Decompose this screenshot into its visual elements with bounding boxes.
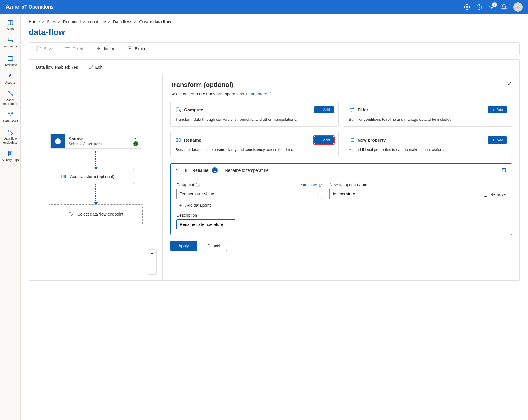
add-datapoint-button[interactable]: Add datapoint [178,203,506,208]
breadcrumb: Home> Sites> Redmond> donut-line> Data f… [29,19,520,24]
zoom-out-button[interactable]: − [148,258,156,266]
edit-button[interactable]: Edit [89,65,102,70]
svg-point-13 [8,113,9,114]
toolbar: Save Delete Import Export [29,42,520,55]
crumb[interactable]: donut-line [88,19,106,24]
notifications-icon[interactable] [501,4,507,10]
chevron-down-icon[interactable] [175,168,179,173]
svg-point-37 [353,108,354,109]
delete-rename-icon[interactable] [502,167,507,173]
card-desc: Add additional properties to data to mak… [349,147,507,152]
zoom-in-button[interactable]: + [148,250,156,258]
rename-count-badge: 1 [212,167,218,173]
nav-instances[interactable]: Instances [0,34,20,51]
import-button[interactable]: Import [96,46,115,51]
chevron-down-icon [315,192,319,196]
add-compute-button[interactable]: Add [314,106,333,113]
connector-arrow [95,149,96,169]
nav-overview[interactable]: Overview [0,53,20,70]
svg-point-16 [8,130,10,132]
crumb[interactable]: Data flows [113,19,132,24]
endpoint-node[interactable]: Select data flow endpoint [49,204,143,224]
workspace: Source Selected Asset: oven ⋯ ✓ Add tran… [29,75,520,281]
rename-icon [175,137,181,143]
crumb[interactable]: Home [29,19,40,24]
nav-label: Instances [3,44,17,48]
header-actions: 1 P [464,2,523,12]
svg-rect-6 [11,41,12,42]
source-node[interactable]: Source Selected Asset: oven ⋯ ✓ [50,134,141,149]
learn-more-link[interactable]: Learn more [246,92,272,96]
apply-button[interactable]: Apply [170,241,197,251]
nav-label: Asset endpoints [1,98,19,106]
svg-point-0 [466,6,468,8]
check-icon: ✓ [133,141,138,146]
nav-data-flows[interactable]: Data flows [0,109,20,126]
status-text: Data flow enabled: Yes [36,65,78,70]
top-header: Azure IoT Operations 1 P [0,0,528,14]
nav-activity-logs[interactable]: Activity logs [0,147,20,165]
filter-icon [349,107,355,113]
status-bar: Data flow enabled: Yes Edit [29,59,520,75]
remove-button[interactable]: Remove [483,192,506,199]
svg-line-12 [9,93,11,95]
datapoint-select[interactable]: Temperature.Value [176,189,322,199]
user-avatar[interactable]: P [513,2,523,12]
settings-icon[interactable] [464,4,470,10]
nav-dataflow-endpoints[interactable]: Data flow endpoints [0,126,20,147]
new-property-card: New property Add Add additional properti… [344,132,512,157]
newname-label: New datapoint name [329,182,475,187]
zoom-controls: + − ⛶ [148,249,157,275]
canvas: Source Selected Asset: oven ⋯ ✓ Add tran… [29,75,163,280]
svg-point-26 [69,212,71,214]
export-button[interactable]: Export [127,46,147,51]
info-icon[interactable]: i [196,183,200,187]
svg-point-15 [10,116,11,117]
svg-point-17 [11,133,12,135]
add-rename-button[interactable]: Add [314,136,333,144]
list-icon [349,137,355,143]
feedback-icon[interactable]: 1 [489,4,495,10]
main-content: Home> Sites> Redmond> donut-line> Data f… [21,14,528,420]
nav-sites[interactable]: Sites [0,16,20,34]
cancel-button[interactable]: Cancel [201,241,227,251]
cube-icon [51,134,65,148]
delete-button[interactable]: Delete [65,46,84,51]
compute-icon [175,107,181,113]
filter-card: Filter Add Set filter conditions to refi… [344,102,512,127]
card-desc: Rename datapoints to ensure clarity and … [175,147,334,152]
compute-card: Compute Add Transform data through conve… [170,102,339,127]
newname-input[interactable] [329,189,475,199]
nav-label: Sites [6,27,14,31]
svg-rect-41 [179,139,180,142]
nav-label: Data flow endpoints [1,137,19,144]
crumb[interactable]: Redmond [63,19,81,24]
rename-section-header: Rename 1 Rename to temperature [171,164,512,177]
nav-asset-endpoints[interactable]: Asset endpoints [0,88,20,109]
zoom-fit-button[interactable]: ⛶ [148,266,156,274]
transform-icon [61,174,67,179]
help-icon[interactable] [476,4,482,10]
card-desc: Set filter conditions to refine and mana… [349,117,507,122]
svg-rect-24 [62,175,63,178]
svg-rect-25 [64,175,66,178]
svg-point-1 [477,5,482,10]
transform-node[interactable]: Add transform (optional) [58,169,134,184]
add-newprop-button[interactable]: Add [488,136,507,144]
crumb[interactable]: Sites [47,19,56,24]
node-menu-icon[interactable]: ⋯ [134,136,138,141]
rename-card: Rename Add Rename datapoints to ensure c… [170,132,339,157]
svg-rect-52 [184,169,185,172]
datapoint-label: Datapoint i [176,182,200,187]
svg-rect-7 [8,57,13,61]
add-filter-button[interactable]: Add [488,106,507,113]
card-desc: Transform data through conversions, form… [175,117,334,122]
learn-more-link[interactable]: Learn more [297,183,322,187]
nav-assets[interactable]: Assets [0,70,20,88]
left-nav: Sites Instances Overview Assets Asset en… [0,14,21,420]
panel-actions: Apply Cancel [170,241,512,251]
description-input[interactable] [176,219,235,229]
rename-section-title: Rename [192,168,208,173]
close-icon[interactable] [507,81,512,87]
save-button[interactable]: Save [36,46,53,51]
